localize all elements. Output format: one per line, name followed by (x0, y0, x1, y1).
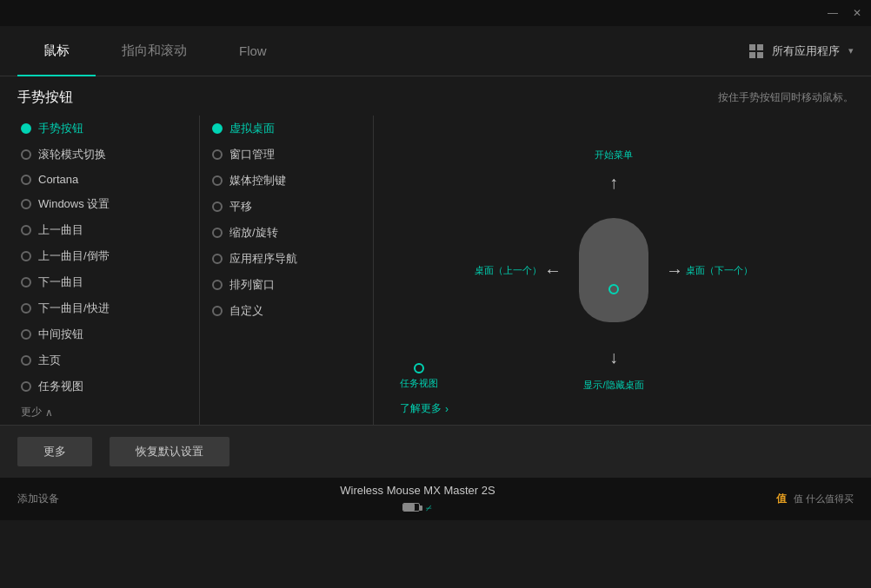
task-view-area: 任务视图 (400, 363, 438, 390)
footer-icons: ⌿ (59, 500, 776, 514)
right-panel: 开始菜单 ↑ 桌面（上一个） ← → 桌面（下一个） ↓ (374, 116, 854, 425)
left-item-middle-btn[interactable]: 中间按钮 (17, 321, 190, 347)
middle-item-window-mgmt[interactable]: 窗口管理 (209, 142, 364, 168)
radio-zoom-rotate (212, 228, 223, 238)
radio-app-nav (212, 254, 223, 264)
radio-window-mgmt (212, 149, 223, 160)
radio-virtual-desktop (212, 123, 223, 134)
radio-gesture (21, 123, 31, 134)
footer-logo: 值 (776, 492, 787, 506)
reset-button[interactable]: 恢复默认设置 (110, 437, 229, 466)
radio-next-ff (21, 303, 31, 314)
label-desktop-prev: 桌面（上一个） (475, 264, 542, 277)
tab-right: 所有应用程序 ▾ (749, 43, 854, 59)
middle-item-pan[interactable]: 平移 (209, 194, 364, 220)
left-item-scroll-mode[interactable]: 滚轮模式切换 (17, 142, 190, 168)
close-button[interactable]: ✕ (850, 7, 864, 19)
radio-scroll-mode (21, 149, 31, 160)
more-button[interactable]: 更多 (17, 437, 92, 466)
middle-panel: 虚拟桌面 窗口管理 媒体控制键 平移 缩放/旋转 应用程序导航 排列窗口 自定 (200, 116, 374, 425)
left-item-next-ff[interactable]: 下一曲目/快进 (17, 295, 190, 321)
battery-fill (403, 504, 415, 511)
footer: 添加设备 Wireless Mouse MX Master 2S ⌿ 值 值 什… (0, 477, 871, 520)
minimize-button[interactable]: — (826, 7, 840, 19)
task-view-circle (414, 363, 424, 373)
chevron-up-icon: ∧ (45, 406, 53, 419)
left-item-prev-rewind[interactable]: 上一曲目/倒带 (17, 243, 190, 269)
radio-media-keys (212, 175, 223, 186)
mouse-diagram: 开始菜单 ↑ 桌面（上一个） ← → 桌面（下一个） ↓ (466, 149, 761, 392)
tab-pointing[interactable]: 指向和滚动 (96, 26, 213, 76)
radio-pan (212, 202, 223, 212)
learn-more-button[interactable]: 了解更多 › (400, 401, 449, 416)
middle-item-virtual-desktop[interactable]: 虚拟桌面 (209, 116, 364, 142)
radio-windows-settings (21, 199, 31, 209)
left-panel: 手势按钮 滚轮模式切换 Cortana Windows 设置 上一曲目 上一曲目… (17, 116, 200, 425)
left-item-cortana[interactable]: Cortana (17, 168, 190, 191)
mouse-scroll-button (608, 284, 619, 294)
radio-prev-rewind (21, 251, 31, 261)
arrow-left-icon: ← (544, 261, 562, 281)
panels-wrapper: 手势按钮 滚轮模式切换 Cortana Windows 设置 上一曲目 上一曲目… (0, 116, 871, 425)
left-item-any-app[interactable]: 任务视图 (17, 373, 190, 400)
label-desktop-next: 桌面（下一个） (686, 264, 753, 277)
left-item-windows-settings[interactable]: Windows 设置 (17, 191, 190, 217)
radio-prev-track (21, 225, 31, 235)
radio-home (21, 355, 31, 366)
footer-logo-text: 值 什么值得买 (794, 492, 854, 505)
chevron-down-icon[interactable]: ▾ (848, 45, 854, 56)
radio-middle-btn (21, 329, 31, 340)
left-item-gesture[interactable]: 手势按钮 (17, 116, 190, 142)
section-hint: 按住手势按钮同时移动鼠标。 (718, 90, 854, 105)
radio-tile-windows (212, 280, 223, 290)
more-less-button[interactable]: 更少 ∧ (17, 400, 190, 425)
radio-any-app (21, 381, 31, 392)
label-start-menu: 开始菜单 (595, 149, 633, 162)
radio-custom (212, 306, 223, 316)
title-bar: — ✕ (0, 0, 871, 26)
tab-bar: 鼠标 指向和滚动 Flow 所有应用程序 ▾ (0, 26, 871, 76)
middle-item-app-nav[interactable]: 应用程序导航 (209, 246, 364, 272)
footer-center: Wireless Mouse MX Master 2S ⌿ (59, 484, 776, 514)
left-item-next-track[interactable]: 下一曲目 (17, 269, 190, 295)
left-item-home[interactable]: 主页 (17, 347, 190, 373)
mouse-body (579, 218, 648, 322)
arrow-up-icon: ↑ (609, 173, 618, 193)
chevron-right-icon: › (445, 403, 449, 415)
device-name: Wireless Mouse MX Master 2S (59, 484, 776, 497)
arrow-down-icon: ↓ (609, 347, 618, 367)
app-selector-label[interactable]: 所有应用程序 (772, 43, 840, 59)
middle-item-custom[interactable]: 自定义 (209, 298, 364, 324)
bluetooth-icon: ⌿ (425, 500, 432, 514)
radio-cortana (21, 175, 31, 185)
tab-flow[interactable]: Flow (213, 26, 293, 76)
middle-item-zoom-rotate[interactable]: 缩放/旋转 (209, 220, 364, 246)
tab-mouse[interactable]: 鼠标 (17, 26, 96, 76)
add-device-label[interactable]: 添加设备 (17, 492, 59, 506)
grid-icon[interactable] (749, 44, 763, 58)
middle-item-tile-windows[interactable]: 排列窗口 (209, 272, 364, 298)
arrow-right-icon: → (666, 261, 683, 281)
left-item-prev-track[interactable]: 上一曲目 (17, 217, 190, 243)
radio-next-track (21, 277, 31, 287)
section-header: 手势按钮 按住手势按钮同时移动鼠标。 (0, 76, 871, 116)
middle-item-media-keys[interactable]: 媒体控制键 (209, 168, 364, 194)
footer-right: 值 值 什么值得买 (776, 492, 854, 506)
label-show-hide-desktop: 显示/隐藏桌面 (583, 379, 643, 392)
action-bar: 更多 恢复默认设置 (0, 425, 871, 477)
battery-icon (402, 503, 420, 512)
section-title: 手势按钮 (17, 89, 73, 107)
